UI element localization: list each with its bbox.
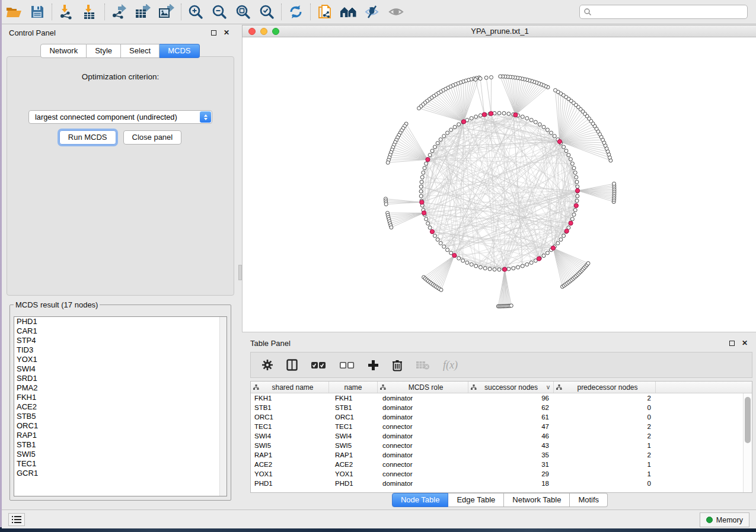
- float-table-panel-icon[interactable]: [727, 338, 736, 348]
- table-row[interactable]: SWI5SWI5connector431: [251, 441, 743, 450]
- zoom-selected-icon[interactable]: [255, 2, 279, 22]
- tab-mcds[interactable]: MCDS: [160, 44, 199, 58]
- mcds-node[interactable]: [551, 246, 555, 250]
- tab-network-table[interactable]: Network Table: [504, 493, 570, 507]
- save-session-icon[interactable]: [25, 2, 49, 22]
- list-item[interactable]: STB1: [14, 440, 227, 450]
- mcds-node[interactable]: [575, 188, 579, 193]
- network-titlebar[interactable]: YPA_prune.txt_1: [242, 25, 756, 37]
- mcds-node[interactable]: [574, 204, 578, 208]
- add-row-icon[interactable]: [368, 360, 379, 371]
- mcds-node[interactable]: [569, 221, 573, 225]
- mcds-node[interactable]: [426, 158, 430, 162]
- column-header-shared-name[interactable]: shared name: [251, 382, 329, 393]
- mcds-node[interactable]: [503, 267, 507, 271]
- zoom-out-icon[interactable]: [208, 2, 231, 22]
- import-network-icon[interactable]: [55, 2, 78, 22]
- refresh-icon[interactable]: [284, 2, 308, 22]
- mcds-node[interactable]: [420, 200, 424, 204]
- column-header-successor-nodes[interactable]: successor nodes v: [468, 382, 554, 393]
- mcds-node[interactable]: [557, 139, 562, 143]
- list-item[interactable]: TID3: [14, 345, 227, 355]
- export-image-icon[interactable]: [155, 2, 178, 22]
- export-network-icon[interactable]: [107, 2, 131, 22]
- table-row[interactable]: PHD1PHD1dominator180: [251, 479, 743, 488]
- list-item[interactable]: CAR1: [14, 326, 227, 336]
- select-all-icon[interactable]: [311, 361, 326, 369]
- table-row[interactable]: RAP1RAP1dominator352: [251, 450, 743, 460]
- table-scrollbar-thumb[interactable]: [745, 397, 751, 443]
- list-item[interactable]: ORC1: [14, 421, 227, 431]
- tab-select[interactable]: Select: [121, 44, 160, 58]
- close-table-panel-icon[interactable]: ✕: [740, 338, 749, 348]
- table-cell: TEC1: [251, 423, 329, 430]
- table-row[interactable]: ACE2ACE2connector311: [251, 460, 743, 469]
- memory-button[interactable]: Memory: [700, 512, 749, 527]
- mcds-node[interactable]: [564, 229, 569, 233]
- close-panel-button[interactable]: Close panel: [123, 130, 182, 145]
- list-item[interactable]: TEC1: [14, 459, 227, 469]
- deselect-all-icon[interactable]: [339, 361, 355, 369]
- run-mcds-button[interactable]: Run MCDS: [59, 130, 116, 145]
- tab-motifs[interactable]: Motifs: [570, 493, 608, 507]
- mcds-node[interactable]: [489, 111, 493, 116]
- column-header-mcds-role[interactable]: MCDS role: [378, 382, 468, 393]
- tab-node-table[interactable]: Node Table: [392, 493, 449, 507]
- zoom-fit-icon[interactable]: [231, 2, 255, 22]
- mcds-node[interactable]: [452, 254, 457, 258]
- table-row[interactable]: FKH1FKH1dominator962: [251, 393, 743, 403]
- show-all-icon[interactable]: [337, 2, 361, 22]
- table-scrollbar[interactable]: [743, 393, 752, 492]
- mcds-node[interactable]: [482, 113, 486, 117]
- task-history-button[interactable]: [8, 513, 25, 526]
- float-panel-icon[interactable]: [209, 28, 218, 37]
- clone-network-icon[interactable]: [313, 2, 337, 22]
- close-panel-icon[interactable]: ✕: [222, 28, 231, 37]
- list-item[interactable]: ACE2: [14, 402, 227, 412]
- list-item[interactable]: SWI5: [14, 450, 227, 459]
- table-cell: connector: [378, 461, 468, 468]
- list-item[interactable]: SRD1: [14, 374, 227, 383]
- mcds-node[interactable]: [513, 113, 518, 117]
- table-row[interactable]: STB1STB1dominator620: [251, 403, 743, 412]
- mcds-node[interactable]: [537, 257, 541, 261]
- optimization-criterion-select[interactable]: largest connected component (undirected): [28, 110, 212, 124]
- search-field[interactable]: [579, 5, 748, 19]
- tab-network[interactable]: Network: [40, 44, 87, 58]
- mcds-node[interactable]: [462, 120, 466, 124]
- export-table-icon[interactable]: [131, 2, 155, 22]
- column-visibility-icon[interactable]: [286, 359, 298, 371]
- delete-row-icon[interactable]: [392, 359, 403, 371]
- show-eye-icon[interactable]: [384, 2, 408, 22]
- list-item[interactable]: GCR1: [14, 469, 227, 478]
- table-toolbar: f(x): [250, 352, 752, 378]
- table-cell: 1: [554, 470, 656, 477]
- mcds-node[interactable]: [430, 229, 434, 233]
- table-row[interactable]: SWI4SWI4dominator462: [251, 431, 743, 441]
- mcds-result-scrollbar[interactable]: [219, 317, 227, 496]
- zoom-in-icon[interactable]: [184, 2, 208, 22]
- table-row[interactable]: YOX1YOX1connector291: [251, 469, 743, 479]
- list-item[interactable]: STP4: [14, 336, 227, 345]
- settings-gear-icon[interactable]: [261, 359, 273, 371]
- mcds-node[interactable]: [422, 211, 426, 215]
- network-canvas[interactable]: [242, 37, 756, 332]
- list-item[interactable]: RAP1: [14, 431, 227, 440]
- list-item[interactable]: PMA2: [14, 383, 227, 393]
- list-item[interactable]: YOX1: [14, 355, 227, 364]
- list-item[interactable]: STB5: [14, 412, 227, 421]
- list-item[interactable]: PHD1: [14, 317, 227, 326]
- search-input[interactable]: [592, 6, 747, 18]
- list-item[interactable]: SWI4: [14, 364, 227, 374]
- table-row[interactable]: ORC1ORC1dominator610: [251, 412, 743, 422]
- list-item[interactable]: FKH1: [14, 393, 227, 402]
- column-header-predecessor-nodes[interactable]: predecessor nodes: [554, 382, 656, 393]
- open-file-icon[interactable]: [2, 2, 25, 22]
- hide-selected-icon[interactable]: [361, 2, 384, 22]
- tab-edge-table[interactable]: Edge Table: [448, 493, 504, 507]
- column-header-name[interactable]: name: [329, 382, 378, 393]
- table-cell: RAP1: [251, 451, 329, 459]
- tab-style[interactable]: Style: [87, 44, 121, 58]
- import-table-icon[interactable]: [78, 2, 102, 22]
- table-row[interactable]: TEC1TEC1connector472: [251, 422, 743, 431]
